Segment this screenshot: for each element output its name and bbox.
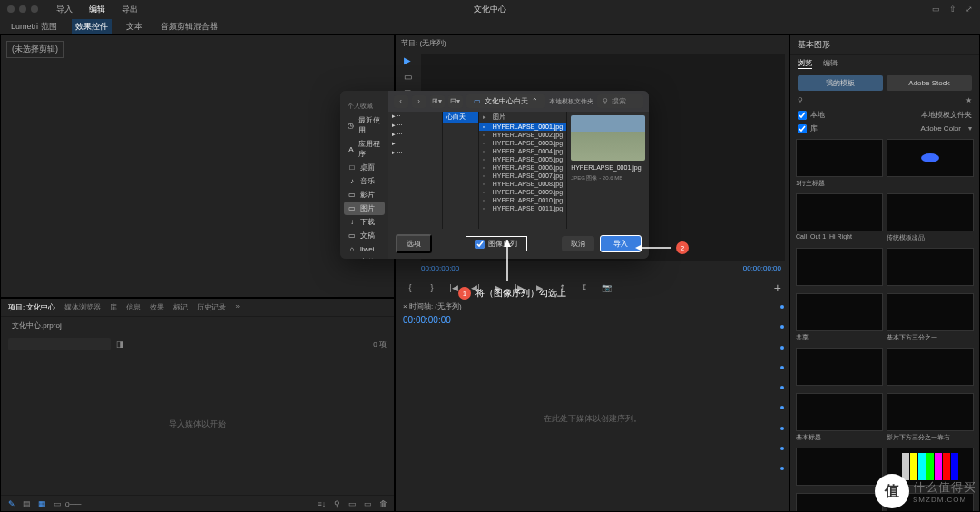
dropdown-icon[interactable]: ▾ xyxy=(968,124,972,133)
media-drop-zone[interactable]: 导入媒体以开始 xyxy=(1,354,394,495)
panel-menu-icon[interactable]: » xyxy=(235,302,239,312)
column-2-item[interactable]: 心白天 xyxy=(443,112,478,123)
maximize-window-button[interactable] xyxy=(31,5,38,13)
tab-browse[interactable]: 浏览 xyxy=(798,58,812,69)
find-icon[interactable]: ⚲ xyxy=(332,498,342,508)
file-item[interactable]: ▸图片 xyxy=(479,112,566,123)
tab-markers[interactable]: 标记 xyxy=(173,302,188,312)
template-item[interactable] xyxy=(887,348,974,388)
search-templates-icon[interactable]: ⚲ xyxy=(798,96,803,104)
sidebar-item[interactable]: ⌂liwei xyxy=(344,242,385,255)
library-checkbox[interactable] xyxy=(798,124,807,133)
frame-tool-icon[interactable]: ▭ xyxy=(399,70,416,83)
sidebar-item[interactable]: ◷最近使用 xyxy=(344,113,385,137)
workspace-icon[interactable]: ▭ xyxy=(932,5,940,14)
tab-project[interactable]: 项目: 文化中心 xyxy=(8,302,55,312)
template-item[interactable]: Call_Out 1_Hi Right xyxy=(796,193,883,242)
tab-info[interactable]: 信息 xyxy=(126,302,141,312)
file-item[interactable]: ▫HYPERLAPSE_0006.jpg xyxy=(479,163,566,172)
new-bin-icon[interactable]: ▭ xyxy=(348,498,358,508)
sidebar-item[interactable]: A应用程序 xyxy=(344,137,385,161)
minimize-window-button[interactable] xyxy=(19,5,26,13)
template-item[interactable] xyxy=(887,248,974,288)
workspace-tab-import[interactable]: 导入 xyxy=(56,4,73,15)
share-icon[interactable]: ⇧ xyxy=(949,5,956,14)
cancel-button[interactable]: 取消 xyxy=(562,236,594,251)
file-item[interactable]: ▫HYPERLAPSE_0010.jpg xyxy=(479,196,566,204)
dialog-search[interactable]: ⚲ 搜索 xyxy=(597,94,643,108)
column-item[interactable]: ▸ ··· xyxy=(388,130,442,139)
nav-back-icon[interactable]: ‹ xyxy=(394,95,408,108)
timeline-drop-zone[interactable]: 在此处下媒体以创建序列。 xyxy=(396,327,789,511)
image-sequence-checkbox-wrap[interactable]: 图像序列 xyxy=(466,236,527,251)
file-item[interactable]: ▫HYPERLAPSE_0009.jpg xyxy=(479,188,566,196)
template-item[interactable] xyxy=(796,248,883,288)
template-item[interactable] xyxy=(796,448,883,487)
pen-icon[interactable]: ✎ xyxy=(6,498,16,508)
view-mode-icon[interactable]: ⊞▾ xyxy=(430,95,445,108)
column-item[interactable]: ▸ ··· xyxy=(388,121,442,130)
sidebar-item[interactable]: ▭图片 xyxy=(344,202,385,215)
location-dropdown[interactable]: ▭ 文化中心白天 ⌃ xyxy=(466,94,545,108)
column-1[interactable]: ▸ ··▸ ···▸ ···▸ ···▸ ··· xyxy=(388,112,443,229)
template-item[interactable] xyxy=(796,348,883,388)
new-item-icon[interactable]: ▭ xyxy=(363,498,373,508)
local-templates-checkbox[interactable] xyxy=(798,111,807,120)
tab-effects[interactable]: 效果 xyxy=(150,302,164,312)
sort-icon[interactable]: ≡↓ xyxy=(317,498,327,508)
file-item[interactable]: ▫HYPERLAPSE_0004.jpg xyxy=(479,147,566,155)
fullscreen-icon[interactable]: ⤢ xyxy=(965,5,973,14)
template-item[interactable]: 影片下方三分之一靠后两行 xyxy=(796,493,883,511)
column-item[interactable]: ▸ ··· xyxy=(388,148,442,157)
sidebar-item[interactable]: □桌面 xyxy=(344,161,385,174)
sidebar-item[interactable]: ♪音乐 xyxy=(344,174,385,188)
template-item[interactable]: 基本标题 xyxy=(796,393,883,442)
options-button[interactable]: 选项 xyxy=(396,234,432,253)
file-list[interactable]: ▸图片▫HYPERLAPSE_0001.jpg▫HYPERLAPSE_0002.… xyxy=(479,112,567,229)
zoom-slider-icon[interactable]: o── xyxy=(68,498,78,508)
template-item[interactable]: 基本下方三分之一 xyxy=(887,293,974,342)
tab-library[interactable]: 库 xyxy=(110,302,117,312)
timecode-out[interactable]: 00:00:00:00 xyxy=(743,264,781,277)
adobe-stock-button[interactable]: Adobe Stock xyxy=(887,75,972,91)
timecode-in[interactable]: 00:00:00:00 xyxy=(421,264,459,277)
workspace-tab-edit[interactable]: 编辑 xyxy=(89,4,105,15)
template-item[interactable]: 1行主标题 xyxy=(796,139,883,188)
template-item[interactable] xyxy=(887,139,974,188)
timeline-timecode[interactable]: 00:00:00:00 xyxy=(396,313,789,327)
file-item[interactable]: ▫HYPERLAPSE_0005.jpg xyxy=(479,155,566,163)
tab-history[interactable]: 历史记录 xyxy=(197,302,226,312)
tab-media-browser[interactable]: 媒体浏览器 xyxy=(64,302,101,312)
column-2[interactable]: 心白天 xyxy=(443,112,479,229)
extract-icon[interactable]: ↧ xyxy=(577,281,592,295)
sidebar-item[interactable]: ▭文稿 xyxy=(344,229,385,242)
list-view-icon[interactable]: ▤ xyxy=(22,498,32,508)
file-item[interactable]: ▫HYPERLAPSE_0001.jpg xyxy=(479,123,566,131)
freeform-view-icon[interactable]: ▭ xyxy=(53,498,63,508)
tab-audio-mixer[interactable]: 音频剪辑混合器 xyxy=(157,19,221,34)
group-icon[interactable]: ⊟▾ xyxy=(448,95,463,108)
trash-icon[interactable]: 🗑 xyxy=(378,498,388,508)
file-item[interactable]: ▫HYPERLAPSE_0007.jpg xyxy=(479,172,566,180)
template-item[interactable]: 影片下方三分之一靠右 xyxy=(887,393,974,442)
icon-view-icon[interactable]: ▦ xyxy=(37,498,47,508)
tab-effect-controls[interactable]: 效果控件 xyxy=(72,19,112,34)
favorite-icon[interactable]: ★ xyxy=(965,96,972,104)
image-sequence-checkbox[interactable] xyxy=(475,240,485,249)
column-item[interactable]: ▸ ··· xyxy=(388,139,442,148)
filter-icon[interactable]: ◨ xyxy=(116,340,124,349)
my-templates-button[interactable]: 我的模板 xyxy=(798,75,883,91)
selection-tool-icon[interactable]: ▶ xyxy=(399,54,416,66)
add-marker-icon[interactable]: + xyxy=(774,281,781,295)
close-window-button[interactable] xyxy=(7,5,15,13)
file-item[interactable]: ▫HYPERLAPSE_0008.jpg xyxy=(479,180,566,188)
project-search-input[interactable] xyxy=(8,338,111,350)
sidebar-item[interactable]: ▭影片 xyxy=(344,188,385,202)
timeline-header-label[interactable]: × 时间轴: (无序列) xyxy=(403,301,462,311)
tab-text[interactable]: 文本 xyxy=(122,19,146,34)
mark-out-icon[interactable]: } xyxy=(425,281,439,295)
nav-fwd-icon[interactable]: › xyxy=(412,95,426,108)
column-item[interactable]: ▸ ·· xyxy=(388,112,442,121)
sidebar-item[interactable]: ↓下载 xyxy=(344,215,385,229)
template-item[interactable]: 传统模板出品 xyxy=(887,193,974,242)
